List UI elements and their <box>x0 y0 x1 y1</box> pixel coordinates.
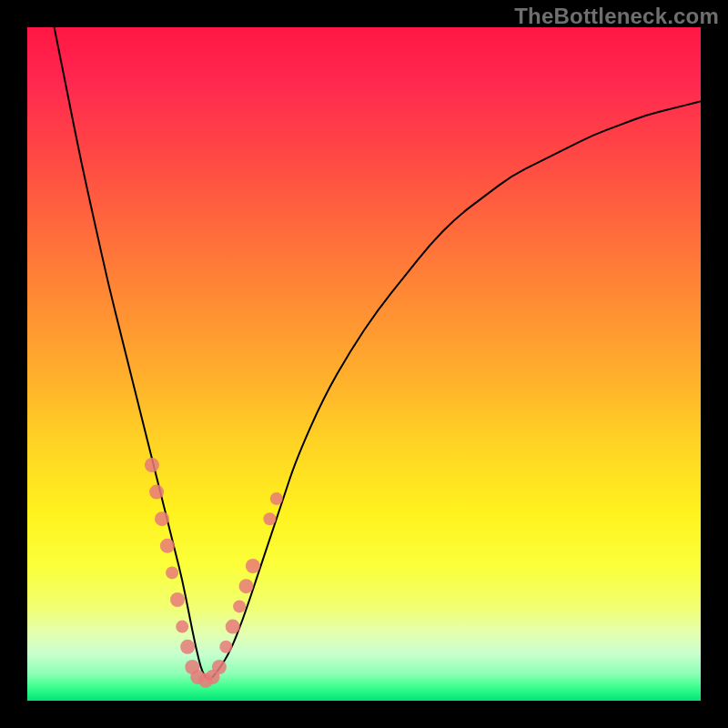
plot-area <box>27 27 701 701</box>
data-marker <box>226 620 240 634</box>
data-marker <box>170 592 185 607</box>
data-marker <box>263 512 276 525</box>
data-marker <box>239 579 254 593</box>
data-marker <box>149 485 164 500</box>
data-marker <box>145 458 159 472</box>
data-marker <box>246 559 260 573</box>
marker-group <box>145 458 283 688</box>
data-marker <box>176 621 188 633</box>
data-marker <box>166 566 178 579</box>
bottleneck-curve <box>55 27 701 679</box>
data-marker <box>219 641 232 653</box>
data-marker <box>160 539 175 553</box>
chart-svg <box>27 27 701 701</box>
curve-group <box>55 27 701 679</box>
attribution-text: TheBottleneck.com <box>514 4 719 29</box>
chart-frame: TheBottleneck.com <box>0 0 728 728</box>
data-marker <box>180 640 195 654</box>
data-marker <box>233 600 246 612</box>
data-marker <box>270 492 283 505</box>
data-marker <box>212 660 227 674</box>
data-marker <box>155 511 169 526</box>
